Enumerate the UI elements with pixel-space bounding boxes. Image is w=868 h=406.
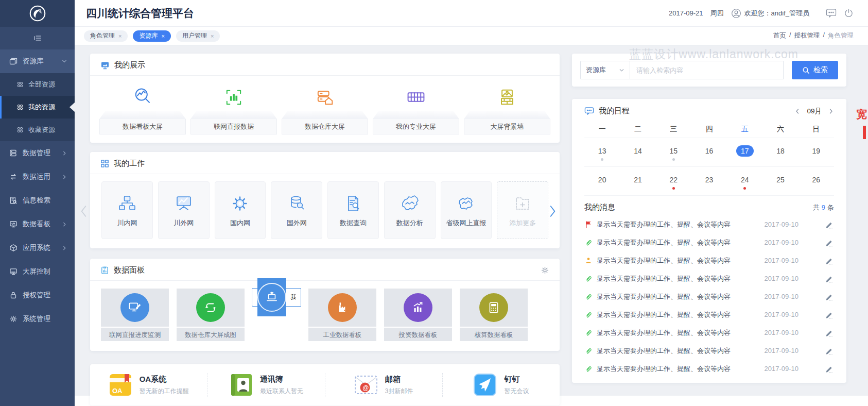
edit-pencil-icon[interactable] bbox=[825, 239, 833, 247]
shortcuts-bar: OA OA系统 暂无新的工作提醒 bbox=[90, 364, 560, 405]
close-icon[interactable]: × bbox=[118, 33, 121, 39]
display-item-data-warehouse-screen[interactable]: 数据仓库大屏 bbox=[282, 82, 368, 134]
message-row[interactable]: 显示当天需要办理的工作、提醒、会议等内容 2017-09-10 bbox=[584, 215, 834, 233]
calendar-day[interactable]: 16 bbox=[691, 142, 727, 164]
sidebar-item-data-dashboard[interactable]: 数据看板 bbox=[0, 212, 75, 236]
message-row[interactable]: 显示当天需要办理的工作、提醒、会议等内容 2017-09-10 bbox=[584, 360, 834, 378]
next-month-icon[interactable] bbox=[828, 108, 834, 114]
calendar-day[interactable]: 26 bbox=[798, 171, 834, 193]
edit-pencil-icon[interactable] bbox=[825, 221, 833, 229]
edit-pencil-icon[interactable] bbox=[825, 257, 833, 265]
message-row[interactable]: 显示当天需要办理的工作、提醒、会议等内容 2017-09-10 bbox=[584, 251, 834, 269]
breadcrumb-authorization[interactable]: 授权管理 bbox=[794, 31, 820, 40]
sidebar-item-label: 信息检索 bbox=[23, 196, 67, 205]
work-item-provincial-online-report[interactable]: 省级网上直报 bbox=[441, 181, 492, 239]
search-button[interactable]: 检索 bbox=[792, 61, 838, 79]
display-item-online-report-data[interactable]: 联网直报数据 bbox=[190, 82, 277, 134]
calculator-icon bbox=[487, 300, 501, 315]
sidebar-subitem-favorite-resources[interactable]: 收藏资源 bbox=[0, 119, 75, 141]
work-item-foreign-net[interactable]: 国外网 bbox=[271, 181, 322, 239]
work-item-domestic-net[interactable]: 国内网 bbox=[215, 181, 266, 239]
search-input[interactable] bbox=[630, 61, 784, 79]
work-item-intranet-sichuan[interactable]: 川内网 bbox=[101, 181, 153, 239]
sidebar-item-info-search[interactable]: 信息检索 bbox=[0, 189, 75, 212]
sidebar-item-screen-control[interactable]: 大屏控制 bbox=[0, 260, 75, 283]
tab-resource-lib[interactable]: 资源库 × bbox=[133, 30, 170, 42]
close-icon[interactable]: × bbox=[161, 33, 164, 39]
message-row[interactable]: 显示当天需要办理的工作、提醒、会议等内容 2017-09-10 bbox=[584, 324, 834, 342]
calendar-day[interactable]: 21 bbox=[620, 171, 655, 193]
scroll-left-icon[interactable] bbox=[80, 205, 88, 218]
messages-header: 我的消息 共9条 bbox=[584, 196, 834, 215]
laptop-cap-icon bbox=[265, 290, 279, 304]
display-item-data-board-screen[interactable]: 数据看板大屏 bbox=[99, 82, 186, 134]
scroll-right-icon[interactable] bbox=[548, 205, 557, 218]
edit-pencil-icon[interactable] bbox=[825, 275, 833, 283]
search-category-select[interactable]: 资源库 bbox=[580, 61, 630, 79]
work-item-data-analysis[interactable]: 数据分析 bbox=[384, 181, 436, 239]
sidebar-item-system-management[interactable]: 系统管理 bbox=[0, 307, 75, 331]
sidebar-item-resource-lib[interactable]: 资源库 bbox=[0, 49, 75, 73]
close-icon[interactable]: × bbox=[211, 33, 214, 39]
breadcrumb-home[interactable]: 首页 bbox=[773, 31, 786, 40]
panel-tile-my-professional-board[interactable]: 我的专业数据看板 bbox=[252, 288, 301, 307]
server-home-icon bbox=[314, 86, 336, 109]
message-row[interactable]: 显示当天需要办理的工作、提醒、会议等内容 2017-09-10 bbox=[584, 269, 834, 287]
calendar-day-selected[interactable]: 17 bbox=[727, 142, 762, 164]
document-search-icon bbox=[343, 193, 363, 214]
shortcut-mailbox[interactable]: @ 邮箱 3封新邮件 bbox=[325, 373, 442, 397]
tab-user-management[interactable]: 用户管理 × bbox=[176, 30, 220, 42]
calendar-day[interactable]: 24 bbox=[727, 171, 762, 193]
power-icon[interactable] bbox=[844, 8, 854, 18]
sidebar-item-label: 系统管理 bbox=[23, 314, 67, 324]
edit-pencil-icon[interactable] bbox=[825, 311, 833, 319]
chevron-right-icon bbox=[62, 174, 67, 180]
sidebar-item-data-usage[interactable]: 数据运用 bbox=[0, 165, 75, 189]
sidebar-subitem-all-resources[interactable]: 全部资源 bbox=[0, 73, 75, 96]
dingtalk-wing-icon bbox=[473, 373, 497, 397]
display-item-screen-background-wall[interactable]: 大屏背景墙 bbox=[464, 82, 550, 134]
app-logo bbox=[0, 0, 75, 27]
calendar-day[interactable]: 14 bbox=[620, 142, 655, 164]
calendar-day[interactable]: 25 bbox=[762, 171, 798, 193]
panel-tile-online-report-monitor[interactable]: 联网直报进度监测 bbox=[100, 288, 169, 342]
work-item-extranet-sichuan[interactable]: 川外网 bbox=[158, 181, 210, 239]
calendar-day[interactable]: 15 bbox=[656, 142, 691, 164]
edit-pencil-icon[interactable] bbox=[825, 365, 833, 373]
display-item-my-professional-screen[interactable]: 我的专业大屏 bbox=[373, 82, 459, 134]
message-row[interactable]: 显示当天需要办理的工作、提醒、会议等内容 2017-09-10 bbox=[584, 233, 834, 251]
panel-settings-gear-icon[interactable] bbox=[541, 266, 549, 275]
calendar-day[interactable]: 13 bbox=[584, 142, 620, 164]
prev-month-icon[interactable] bbox=[794, 108, 801, 114]
chevron-down-icon bbox=[61, 58, 67, 64]
shortcut-oa-system[interactable]: OA OA系统 暂无新的工作提醒 bbox=[90, 373, 207, 397]
calendar-day[interactable]: 20 bbox=[584, 171, 620, 193]
calendar-day[interactable]: 18 bbox=[762, 142, 798, 164]
calendar-day[interactable]: 19 bbox=[798, 142, 834, 164]
edit-pencil-icon[interactable] bbox=[825, 347, 833, 355]
shortcut-dingtalk[interactable]: 钉钉 暂无会议 bbox=[442, 373, 560, 397]
message-row[interactable]: 显示当天需要办理的工作、提醒、会议等内容 2017-09-10 bbox=[584, 306, 834, 324]
panel-tile-warehouse-screen-chart[interactable]: 数据仓库大屏成图 bbox=[176, 288, 245, 342]
edit-pencil-icon[interactable] bbox=[825, 293, 833, 301]
sidebar-collapse-button[interactable] bbox=[0, 27, 75, 49]
message-row[interactable]: 显示当天需要办理的工作、提醒、会议等内容 2017-09-10 bbox=[584, 287, 834, 306]
panel-tile-accounting-data-board[interactable]: 核算数据看板 bbox=[459, 288, 528, 342]
panel-tile-industry-data-board[interactable]: 工业数据看板 bbox=[308, 288, 377, 342]
message-row[interactable]: 显示当天需要办理的工作、提醒、会议等内容 2017-09-10 bbox=[584, 342, 834, 360]
sidebar-item-app-systems[interactable]: 应用系统 bbox=[0, 236, 75, 260]
work-item-data-query[interactable]: 数据查询 bbox=[327, 181, 379, 239]
paperclip-icon bbox=[584, 239, 593, 246]
sidebar-item-authorization[interactable]: 授权管理 bbox=[0, 283, 75, 307]
sidebar-subitem-label: 全部资源 bbox=[28, 80, 55, 89]
sidebar-subitem-my-resources[interactable]: 我的资源 bbox=[0, 96, 75, 119]
work-item-add-more[interactable]: 添加更多 bbox=[497, 181, 548, 239]
calendar-day[interactable]: 22 bbox=[656, 171, 691, 193]
calendar-day[interactable]: 23 bbox=[691, 171, 727, 193]
panel-tile-investment-data-board[interactable]: 投资数据看板 bbox=[384, 288, 453, 342]
message-bubble-icon[interactable] bbox=[826, 8, 837, 18]
tab-role-management[interactable]: 角色管理 × bbox=[84, 30, 128, 42]
edit-pencil-icon[interactable] bbox=[825, 329, 833, 337]
sidebar-item-data-management[interactable]: 数据管理 bbox=[0, 141, 75, 165]
shortcut-address-book[interactable]: 通讯簿 最近联系人暂无 bbox=[207, 373, 324, 397]
